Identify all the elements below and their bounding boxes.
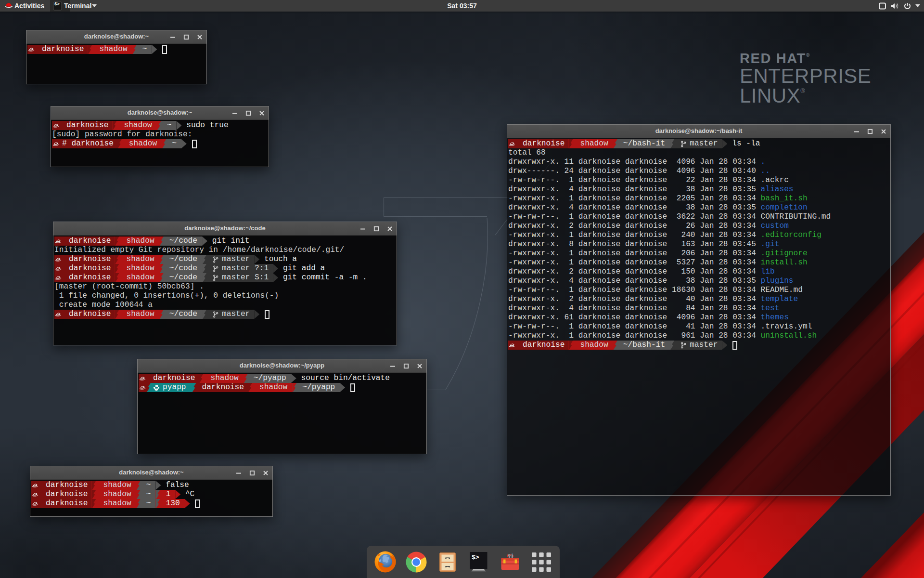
svg-text:$>: $>	[472, 554, 479, 561]
